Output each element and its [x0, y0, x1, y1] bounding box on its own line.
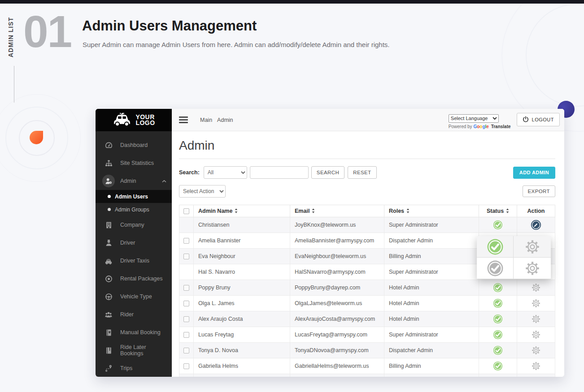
sidebar-item-admin[interactable]: Admin: [96, 172, 172, 190]
row-checkbox[interactable]: [183, 301, 189, 306]
heading-divider: [179, 159, 555, 159]
row-checkbox[interactable]: [183, 254, 189, 259]
sidebar-item-manual-booking[interactable]: Manual Booking: [96, 323, 172, 341]
sidebar-item-driver[interactable]: Driver: [96, 234, 172, 252]
row-checkbox-cell: [179, 280, 194, 296]
search-filter-select[interactable]: All: [204, 166, 247, 179]
row-checkbox[interactable]: [183, 285, 189, 291]
row-checkbox-cell: [179, 233, 194, 249]
role-cell: Super Administrator: [384, 217, 479, 233]
admin-name-cell: Poppy Bruny: [194, 280, 290, 296]
export-button[interactable]: EXPORT: [523, 185, 555, 197]
status-active-icon[interactable]: [493, 221, 503, 228]
search-input[interactable]: [250, 166, 309, 179]
settings-gear-icon[interactable]: [531, 362, 541, 369]
sidebar-subitem-label: Admin Groups: [115, 207, 149, 213]
sidebar-item-dashboard[interactable]: Dashboard: [96, 136, 172, 154]
sidebar-item-driver-taxis[interactable]: Driver Taxis: [96, 252, 172, 270]
status-active-icon[interactable]: [493, 362, 503, 369]
bullet-icon: [108, 208, 111, 211]
sidebar-item-label: Rider: [120, 311, 134, 318]
status-active-icon[interactable]: [493, 300, 503, 306]
table-row: Gabriella HelmsGabriellaHelms@teleworm.u…: [179, 358, 555, 374]
column-header-status[interactable]: Status: [479, 205, 517, 217]
vehicle-type-icon: [102, 290, 115, 303]
column-header-admin-name[interactable]: Admin Name: [194, 205, 290, 217]
admin-name-cell: Alex Araujo Costa: [194, 311, 290, 327]
language-select[interactable]: Select Language: [449, 114, 499, 123]
logo[interactable]: YOURLOGO: [96, 109, 172, 131]
rental-packages-icon: [102, 272, 115, 285]
breadcrumb-main[interactable]: Main: [200, 117, 212, 123]
hamburger-menu-icon[interactable]: [179, 116, 188, 123]
add-admin-button[interactable]: ADD ADMIN: [513, 167, 555, 179]
table-row: Poppy BrunyPoppyBruny@dayrep.comHotel Ad…: [179, 280, 555, 296]
edit-pencil-icon[interactable]: [531, 221, 541, 228]
sidebar-item-company[interactable]: Company: [96, 216, 172, 234]
logo-text: YOURLOGO: [135, 114, 155, 126]
section-divider-line: [14, 66, 14, 103]
sidebar-item-rider[interactable]: Rider: [96, 306, 172, 323]
status-active-icon[interactable]: [493, 284, 503, 290]
admin-name-cell: Gabriella Helms: [194, 358, 290, 374]
action-cell: [517, 311, 555, 327]
status-active-icon[interactable]: [493, 315, 503, 322]
breadcrumb-admin[interactable]: Admin: [217, 117, 233, 123]
admin-users-table: Admin NameEmailRolesStatusAction Christi…: [179, 205, 555, 377]
select-action-dropdown[interactable]: Select Action: [179, 185, 226, 198]
dashboard-icon: [102, 139, 115, 151]
bullet-icon: [108, 195, 111, 198]
column-header-action[interactable]: Action: [517, 205, 555, 217]
content-heading: Admin: [179, 138, 555, 153]
row-checkbox[interactable]: [183, 332, 189, 338]
table-row: test N***te*****.comDispatcher Admin: [179, 374, 555, 377]
sidebar-item-vehicle-type[interactable]: Vehicle Type: [96, 288, 172, 306]
row-checkbox[interactable]: [183, 363, 189, 369]
sidebar-subitem-admin-groups[interactable]: Admin Groups: [96, 203, 172, 216]
trips-icon: [102, 362, 115, 375]
column-header-email[interactable]: Email: [290, 205, 384, 217]
settings-gear-icon[interactable]: [531, 300, 541, 306]
sidebar-item-site-statistics[interactable]: Site Statistics: [96, 154, 172, 172]
status-active-icon[interactable]: [493, 347, 503, 353]
logout-button[interactable]: LOGOUT: [517, 113, 560, 126]
row-checkbox[interactable]: [183, 316, 189, 322]
action-cell: [517, 280, 555, 296]
sidebar-item-rental-packages[interactable]: Rental Packages: [96, 270, 172, 288]
select-all-checkbox[interactable]: [183, 208, 189, 214]
status-cell: [479, 327, 517, 343]
main-area: Main Admin Select Language Powered by Go…: [172, 109, 564, 377]
google-translate-attribution: Powered by Google Translate: [449, 124, 511, 129]
role-cell: Hotel Admin: [384, 311, 479, 327]
settings-gear-icon[interactable]: [531, 315, 541, 322]
table-row: Lucas FreytagLucasFreytag@armyspy.comSup…: [179, 327, 555, 343]
sidebar-item-label: Trips: [120, 365, 132, 371]
reset-button[interactable]: RESET: [348, 166, 376, 179]
row-checkbox[interactable]: [183, 238, 189, 244]
status-cell: [479, 217, 517, 233]
column-header-roles[interactable]: Roles: [384, 205, 479, 217]
row-checkbox[interactable]: [183, 348, 189, 353]
email-cell: OlgaLJames@teleworm.us: [290, 296, 384, 311]
action-cell: [517, 374, 555, 377]
settings-gear-icon[interactable]: [531, 347, 541, 353]
admin-name-cell: test N***: [194, 374, 290, 377]
settings-gear-icon[interactable]: [531, 284, 541, 290]
email-cell: PoppyBruny@dayrep.com: [290, 280, 384, 296]
email-cell: GabriellaHelms@teleworm.us: [290, 358, 384, 374]
status-active-icon[interactable]: [493, 331, 503, 337]
email-cell: te*****.com: [290, 374, 384, 377]
role-cell: Dispatcher Admin: [384, 374, 479, 377]
sidebar-subitem-admin-users[interactable]: Admin Users: [96, 190, 172, 203]
sidebar-item-label: Vehicle Type: [120, 293, 152, 300]
settings-gear-icon[interactable]: [531, 331, 541, 337]
admin-name-cell: Tonya D. Novoa: [194, 343, 290, 358]
sidebar-item-label: Driver: [120, 240, 135, 246]
email-cell: AlexAraujoCosta@armyspy.com: [290, 311, 384, 327]
driver-taxis-icon: [102, 254, 115, 267]
breadcrumb: Main Admin: [200, 117, 233, 123]
sidebar-item-ride-later-bookings[interactable]: Ride Later Bookings: [96, 341, 172, 359]
status-cell: [479, 296, 517, 311]
sidebar-item-trips[interactable]: Trips: [96, 359, 172, 377]
search-button[interactable]: SEARCH: [311, 166, 344, 179]
